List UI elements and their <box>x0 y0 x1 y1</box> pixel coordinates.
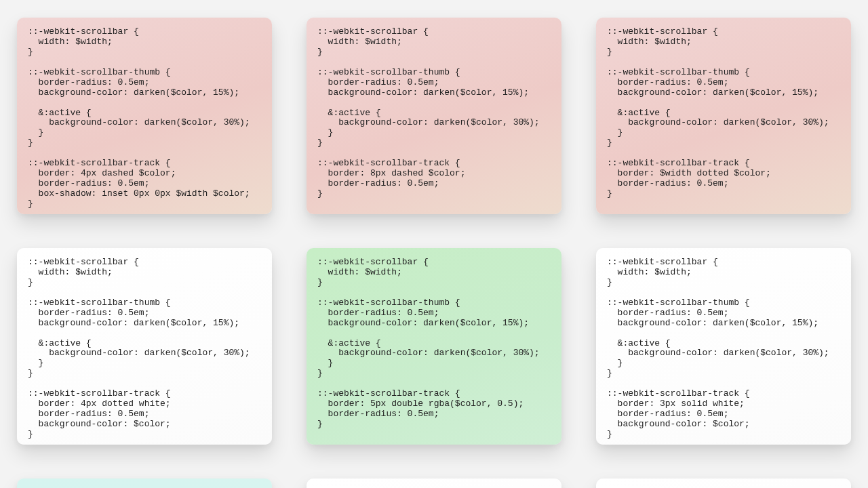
code-card[interactable]: ::-webkit-scrollbar { width: $width; } :… <box>596 18 851 214</box>
code-card[interactable]: ::-webkit-scrollbar { width: $width; } :… <box>596 248 851 445</box>
code-block: ::-webkit-scrollbar { width: $width; } :… <box>28 258 261 440</box>
code-block: ::-webkit-scrollbar { width: $width; } :… <box>317 258 551 430</box>
code-card[interactable]: ::-webkit-scrollbar { width: $width; } :… <box>307 18 561 214</box>
code-card[interactable] <box>307 479 561 488</box>
code-card[interactable] <box>596 479 851 488</box>
code-block: ::-webkit-scrollbar { width: $width; } :… <box>607 258 840 440</box>
code-card[interactable]: ::-webkit-scrollbar { width: $width; } :… <box>307 248 561 445</box>
code-card[interactable] <box>17 479 272 488</box>
code-block: ::-webkit-scrollbar { width: $width; } :… <box>28 27 261 209</box>
card-grid: ::-webkit-scrollbar { width: $width; } :… <box>0 18 868 488</box>
code-card[interactable]: ::-webkit-scrollbar { width: $width; } :… <box>17 18 272 214</box>
page: ::-webkit-scrollbar { width: $width; } :… <box>0 0 868 488</box>
code-block: ::-webkit-scrollbar { width: $width; } :… <box>317 27 551 199</box>
code-block: ::-webkit-scrollbar { width: $width; } :… <box>607 27 840 199</box>
code-card[interactable]: ::-webkit-scrollbar { width: $width; } :… <box>17 248 272 445</box>
